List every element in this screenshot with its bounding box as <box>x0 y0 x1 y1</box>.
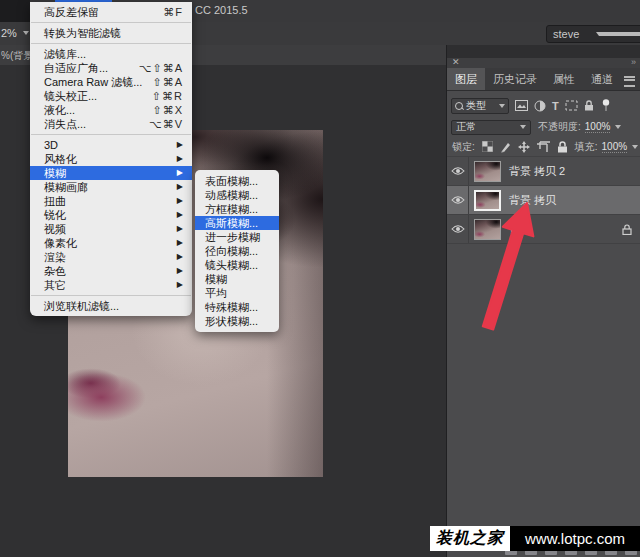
submenu-arrow-icon: ▶ <box>177 194 183 208</box>
menu-item[interactable]: 杂色▶ <box>30 264 192 278</box>
submenu-item[interactable]: 动感模糊... <box>195 188 279 202</box>
panel-tab[interactable]: 历史记录 <box>485 68 545 90</box>
panel-tab[interactable]: 图层 <box>447 68 485 90</box>
panel-menu-icon[interactable] <box>624 76 635 87</box>
blend-mode-dropdown[interactable]: 正常 <box>451 120 531 135</box>
layer-name: 背景 <box>509 222 531 237</box>
menu-item-label: 像素化 <box>44 236 171 250</box>
close-icon[interactable]: ✕ <box>452 57 460 67</box>
layer-row[interactable]: 背景 <box>447 215 640 244</box>
layer-thumbnail[interactable] <box>474 161 501 182</box>
submenu-arrow-icon: ▶ <box>177 278 183 292</box>
menu-item[interactable]: 3D▶ <box>30 138 192 152</box>
submenu-item[interactable]: 进一步模糊 <box>195 230 279 244</box>
layer-name: 背景 拷贝 2 <box>509 164 565 179</box>
menu-item[interactable]: 自适应广角...⌥⇧⌘A <box>30 61 192 75</box>
menu-item[interactable]: 视频▶ <box>30 222 192 236</box>
menu-item[interactable]: 模糊▶ <box>30 166 192 180</box>
layer-visibility-toggle[interactable] <box>447 186 469 214</box>
layer-visibility-toggle[interactable] <box>447 215 469 243</box>
menu-item[interactable]: 风格化▶ <box>30 152 192 166</box>
workspace-dropdown[interactable]: steve <box>546 25 640 43</box>
menu-item[interactable]: 高反差保留⌘F <box>30 5 192 19</box>
zoom-level-dropdown[interactable]: 2% <box>1 27 29 39</box>
workspace-name: steve <box>553 28 596 40</box>
filter-shape-layers-icon[interactable] <box>565 100 578 111</box>
blend-mode-value: 正常 <box>456 120 515 134</box>
menu-item-shortcut: ⇧⌘A <box>152 75 183 89</box>
layer-lock-icon <box>622 224 632 235</box>
menu-item-label: 高反差保留 <box>44 5 155 19</box>
filter-kind-dropdown[interactable]: 类型 <box>451 98 509 114</box>
layer-row[interactable]: 背景 拷贝 <box>447 186 640 215</box>
menu-item[interactable]: 消失点...⌥⌘V <box>30 117 192 131</box>
lock-artboard-icon[interactable] <box>537 141 550 152</box>
chevron-down-icon <box>520 125 526 129</box>
fill-value[interactable]: 100% <box>602 141 628 153</box>
lock-position-icon[interactable] <box>518 141 530 153</box>
menu-item-label: 渲染 <box>44 250 171 264</box>
submenu-item[interactable]: 镜头模糊... <box>195 258 279 272</box>
search-icon <box>455 102 463 110</box>
submenu-item[interactable]: 平均 <box>195 286 279 300</box>
menu-item[interactable]: 镜头校正...⇧⌘R <box>30 89 192 103</box>
menu-item[interactable]: 转换为智能滤镜 <box>30 26 192 40</box>
submenu-item[interactable]: 特殊模糊... <box>195 300 279 314</box>
menu-item[interactable]: 扭曲▶ <box>30 194 192 208</box>
menu-item-shortcut: ⌥⇧⌘A <box>139 61 183 75</box>
submenu-arrow-icon: ▶ <box>177 166 183 180</box>
layer-thumbnail[interactable] <box>474 190 501 211</box>
filter-toggle-icon[interactable] <box>602 99 610 112</box>
lock-pixels-icon[interactable] <box>500 141 511 153</box>
blend-mode-row: 正常 不透明度: 100% <box>447 117 640 137</box>
menu-item[interactable]: 模糊画廊▶ <box>30 180 192 194</box>
layer-name: 背景 拷贝 <box>509 193 556 208</box>
menu-item[interactable]: 其它▶ <box>30 278 192 292</box>
blur-submenu: 表面模糊...动感模糊...方框模糊...高斯模糊...进一步模糊径向模糊...… <box>195 170 279 332</box>
filter-smart-objects-icon[interactable] <box>584 100 594 111</box>
chevron-down-icon <box>596 32 640 36</box>
menu-item[interactable]: 渲染▶ <box>30 250 192 264</box>
submenu-item[interactable]: 表面模糊... <box>195 174 279 188</box>
submenu-item[interactable]: 高斯模糊... <box>195 216 279 230</box>
panel-tab[interactable]: 通道 <box>583 68 621 90</box>
menu-item[interactable]: Camera Raw 滤镜...⇧⌘A <box>30 75 192 89</box>
submenu-item[interactable]: 形状模糊... <box>195 314 279 328</box>
lock-row: 锁定: 填充: 100% <box>447 137 640 156</box>
submenu-item-label: 方框模糊... <box>205 202 273 216</box>
layer-thumbnail[interactable] <box>474 219 501 240</box>
menu-item-label: 模糊 <box>44 166 171 180</box>
layer-row[interactable]: 背景 拷贝 2 <box>447 157 640 186</box>
opacity-value[interactable]: 100% <box>585 121 611 133</box>
menu-item-label: 自适应广角... <box>44 61 131 75</box>
watermark-site-url: www.lotpc.com <box>510 526 640 551</box>
lock-transparency-icon[interactable] <box>482 141 493 152</box>
submenu-item[interactable]: 模糊 <box>195 272 279 286</box>
menu-item-shortcut: ⇧⌘X <box>152 103 183 117</box>
filter-pixel-layers-icon[interactable] <box>515 100 528 111</box>
submenu-item-label: 动感模糊... <box>205 188 273 202</box>
photoshop-window: CC 2015.5 2% steve %(背景 拷 高反差保留⌘F转换为智能滤镜… <box>0 0 640 557</box>
menu-item[interactable]: 像素化▶ <box>30 236 192 250</box>
lock-all-icon[interactable] <box>557 141 568 153</box>
watermark-site-name: 装机之家 <box>430 526 510 551</box>
collapse-panel-icon[interactable]: » <box>631 57 636 67</box>
submenu-arrow-icon: ▶ <box>177 222 183 236</box>
chevron-down-icon <box>632 145 638 149</box>
filter-adjustment-layers-icon[interactable] <box>534 100 546 112</box>
submenu-item-label: 镜头模糊... <box>205 258 273 272</box>
menu-item[interactable]: 锐化▶ <box>30 208 192 222</box>
menu-item[interactable]: 浏览联机滤镜... <box>30 299 192 313</box>
menu-item[interactable]: 液化...⇧⌘X <box>30 103 192 117</box>
menu-item[interactable]: 滤镜库... <box>30 47 192 61</box>
submenu-item[interactable]: 径向模糊... <box>195 244 279 258</box>
submenu-item-label: 平均 <box>205 286 273 300</box>
submenu-item[interactable]: 方框模糊... <box>195 202 279 216</box>
eye-icon <box>451 224 465 234</box>
layers-panel: ✕ » 图层历史记录属性通道 类型 T <box>447 58 640 557</box>
fill-label: 填充: <box>575 140 598 154</box>
panel-tab[interactable]: 属性 <box>545 68 583 90</box>
filter-type-layers-icon[interactable]: T <box>552 100 559 112</box>
menu-item-label: 扭曲 <box>44 194 171 208</box>
layer-visibility-toggle[interactable] <box>447 157 469 185</box>
